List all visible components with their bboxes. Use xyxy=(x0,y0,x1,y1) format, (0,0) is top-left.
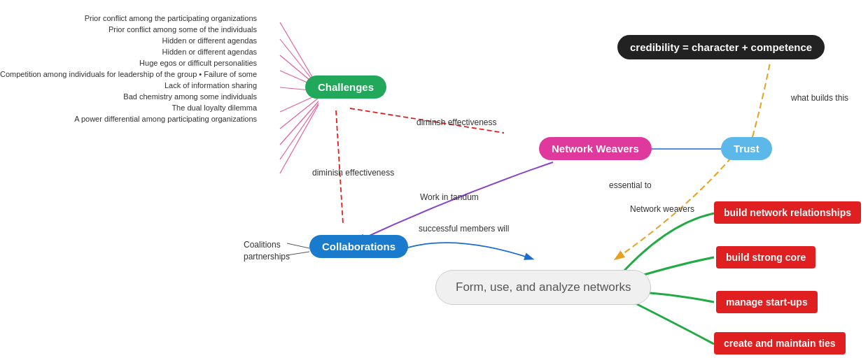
credibility-node[interactable]: credibility = character + competence xyxy=(617,35,825,59)
trust-node[interactable]: Trust xyxy=(721,137,772,160)
svg-line-13 xyxy=(287,243,309,248)
network-weavers-node[interactable]: Network Weavers xyxy=(539,137,652,160)
challenges-node[interactable]: Challenges xyxy=(305,76,386,99)
challenges-list: Prior conflict among the participating o… xyxy=(0,14,260,123)
label-what-builds-this: what builds this xyxy=(791,93,848,103)
mind-map-canvas: Prior conflict among the participating o… xyxy=(0,0,868,358)
svg-line-9 xyxy=(280,105,318,173)
label-successful-members: successful members will xyxy=(419,224,509,234)
list-item: The dual loyalty dilemma xyxy=(0,103,260,112)
list-item: Huge egos or difficult personalities xyxy=(0,59,260,67)
list-item: Hidden or different agendas xyxy=(0,48,260,56)
list-item: Competition among individuals for leader… xyxy=(0,70,260,78)
create-maintain-box: create and maintain ties xyxy=(714,332,846,355)
label-partnerships: partnerships xyxy=(244,252,290,262)
label-diminish-2: diminish effectiveness xyxy=(312,168,394,178)
label-coalitions: Coalitions xyxy=(244,240,281,250)
manage-startups-box: manage start-ups xyxy=(716,291,818,313)
svg-line-14 xyxy=(287,252,309,255)
list-item: Bad chemistry among some individuals xyxy=(0,92,260,101)
label-network-weavers: Network weavers xyxy=(630,204,694,214)
svg-line-8 xyxy=(280,103,318,159)
build-network-box: build network relationships xyxy=(714,201,861,224)
svg-line-11 xyxy=(336,110,343,224)
list-item: A power differential among participating… xyxy=(0,115,260,123)
svg-line-6 xyxy=(280,98,318,129)
label-work-in-tandum: Work in tandum xyxy=(420,192,479,202)
label-diminish-1: diminsh effectiveness xyxy=(416,117,497,127)
list-item: Lack of information sharing xyxy=(0,81,260,90)
list-item: Prior conflict among the participating o… xyxy=(0,14,260,22)
collaborations-node[interactable]: Collaborations xyxy=(309,235,408,258)
svg-line-7 xyxy=(280,101,318,145)
label-essential-to: essential to xyxy=(609,180,652,190)
build-core-box: build strong core xyxy=(716,246,816,268)
list-item: Hidden or different agendas xyxy=(0,36,260,45)
form-use-node[interactable]: Form, use, and analyze networks xyxy=(435,270,651,305)
list-item: Prior conflict among some of the individ… xyxy=(0,25,260,34)
